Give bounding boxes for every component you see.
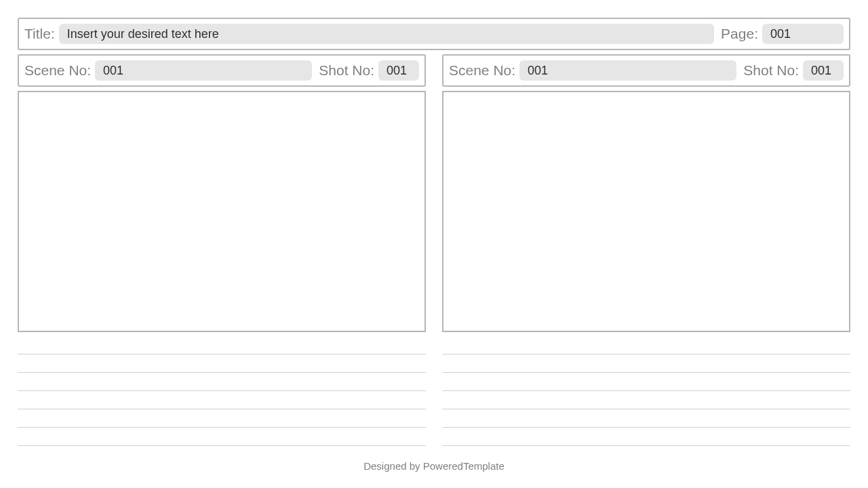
rule-line[interactable]	[442, 427, 850, 445]
header-bar: Title: Insert your desired text here Pag…	[18, 18, 850, 50]
shot-label: Shot No:	[743, 62, 799, 79]
scene-bar-left: Scene No: 001 Shot No: 001	[18, 54, 426, 87]
rule-line[interactable]	[18, 390, 426, 409]
scene-input[interactable]: 001	[519, 60, 736, 81]
rule-line[interactable]	[442, 390, 850, 409]
scene-label: Scene No:	[24, 62, 91, 79]
title-label: Title:	[24, 26, 55, 42]
page-input[interactable]: 001	[762, 24, 844, 44]
storyboard-frame-left[interactable]	[18, 91, 426, 332]
rule-line[interactable]	[18, 372, 426, 390]
note-lines-right	[442, 354, 850, 464]
note-lines-left	[18, 354, 426, 464]
footer-credit: Designed by PoweredTemplate	[0, 460, 868, 472]
rule-line[interactable]	[442, 409, 850, 427]
scene-bar-right: Scene No: 001 Shot No: 001	[442, 54, 850, 87]
shot-input[interactable]: 001	[803, 60, 844, 81]
storyboard-frame-right[interactable]	[442, 91, 850, 332]
rule-line[interactable]	[18, 354, 426, 372]
title-input[interactable]: Insert your desired text here	[59, 24, 714, 44]
shot-label: Shot No:	[319, 62, 374, 79]
rule-line[interactable]	[18, 427, 426, 445]
page-label: Page:	[721, 26, 758, 42]
shot-input[interactable]: 001	[378, 60, 419, 81]
scene-input[interactable]: 001	[95, 60, 312, 81]
rule-line[interactable]	[442, 354, 850, 372]
rule-line[interactable]	[18, 409, 426, 427]
rule-line[interactable]	[442, 372, 850, 390]
scene-label: Scene No:	[449, 62, 515, 79]
